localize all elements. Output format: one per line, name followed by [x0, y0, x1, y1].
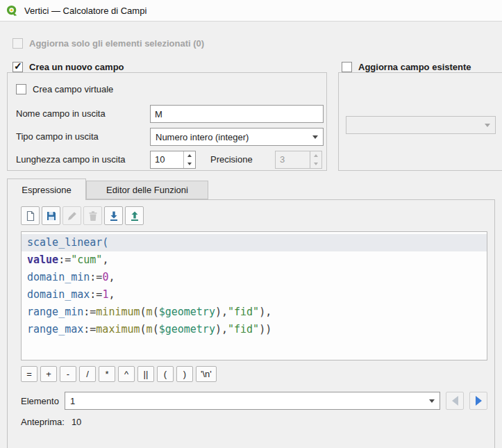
code-token: :=	[83, 306, 96, 318]
tab-label: Editor delle Funzioni	[106, 185, 188, 195]
edit-expression-button	[62, 206, 81, 225]
import-expression-icon	[108, 210, 119, 222]
spin-down-icon[interactable]	[184, 160, 195, 168]
spin-buttons	[183, 151, 195, 168]
checkbox-label: Aggiorna campo esistente	[358, 62, 471, 72]
export-expression-button[interactable]	[125, 206, 144, 225]
checkbox-checked-box	[12, 62, 23, 72]
edit-expression-icon	[67, 210, 78, 222]
code-token: ,	[108, 271, 115, 283]
previous-feature-icon	[452, 396, 458, 406]
code-token: (	[153, 306, 159, 318]
tab-label: Espressione	[22, 185, 72, 195]
code-token: minimum	[96, 306, 140, 318]
checkbox-create-new-field[interactable]: Crea un nuovo campo	[12, 60, 124, 73]
code-token: maximum	[96, 323, 140, 335]
operator-button[interactable]: '\n'	[196, 366, 217, 382]
save-expression-button[interactable]	[42, 206, 60, 225]
feature-combobox[interactable]: 1	[65, 392, 440, 410]
code-token: (	[140, 306, 147, 318]
new-field-group: Crea campo virtuale Nome campo in uscita…	[7, 72, 327, 171]
code-token: $geometry	[159, 306, 215, 318]
code-token: (	[153, 323, 159, 335]
spinbox-value: 3	[276, 151, 310, 168]
code-token: value	[27, 254, 58, 266]
preview-row: Anteprima: 10	[21, 417, 81, 427]
operator-button[interactable]: *	[99, 366, 115, 382]
code-token: ,	[265, 306, 271, 318]
chevron-down-icon	[429, 399, 435, 403]
code-token: domain_min	[27, 271, 90, 283]
new-expression-icon	[25, 210, 36, 222]
code-token: )	[259, 323, 265, 335]
code-token: ,	[221, 323, 228, 335]
precision-label: Precisione	[210, 151, 253, 169]
previous-feature-button	[446, 392, 464, 410]
operator-button[interactable]: )	[176, 366, 193, 382]
import-expression-button[interactable]	[104, 206, 123, 225]
preview-label: Anteprima:	[21, 417, 65, 427]
expression-toolbar	[21, 206, 144, 225]
combobox-value: Numero intero (integer)	[156, 132, 308, 142]
operator-button[interactable]: /	[79, 366, 96, 382]
code-token: :=	[83, 323, 96, 335]
preview-value: 10	[72, 417, 81, 427]
code-token: "fid"	[228, 306, 259, 318]
output-name-input[interactable]	[150, 105, 324, 123]
spin-up-icon	[310, 151, 321, 160]
spin-down-icon	[310, 160, 321, 168]
checkbox-label: Crea un nuovo campo	[29, 62, 124, 72]
chevron-down-icon	[312, 135, 318, 139]
export-expression-icon	[129, 210, 140, 222]
expression-editor[interactable]: scale_linear(value:="cum",domain_min:=0,…	[21, 231, 487, 360]
code-token: "cum"	[71, 254, 102, 266]
code-token: :=	[58, 254, 71, 266]
field-calculator-dialog: Vertici — Calcolatore di Campi Aggiorna …	[0, 0, 502, 448]
save-expression-icon	[46, 210, 57, 222]
next-feature-button[interactable]	[469, 392, 487, 410]
operator-button[interactable]: +	[40, 366, 57, 382]
tab-espressione[interactable]: Espressione	[7, 179, 86, 200]
operator-button[interactable]: ||	[137, 366, 154, 382]
output-length-spinbox[interactable]: 10	[150, 151, 196, 169]
spin-up-icon[interactable]	[184, 151, 195, 160]
expression-line: value:="cum",	[22, 251, 487, 269]
checkbox-box	[342, 62, 352, 72]
titlebar: Vertici — Calcolatore di Campi	[0, 0, 502, 22]
operator-button[interactable]: =	[21, 366, 37, 382]
code-token: )	[215, 323, 221, 335]
operator-button[interactable]: (	[157, 366, 174, 382]
window-title: Vertici — Calcolatore di Campi	[24, 6, 147, 16]
operator-button[interactable]: ^	[118, 366, 135, 382]
code-token: scale_linear(	[27, 236, 108, 249]
code-token: ,	[108, 288, 115, 301]
existing-field-group	[338, 72, 502, 171]
new-expression-button[interactable]	[21, 206, 40, 225]
expression-code: scale_linear(value:="cum",domain_min:=0,…	[22, 232, 487, 338]
checkbox-label: Aggiorna solo gli elementi selezionati (…	[29, 38, 204, 49]
code-token: )	[215, 306, 221, 318]
delete-expression-icon	[87, 210, 99, 222]
checkbox-box	[12, 38, 23, 49]
checkbox-update-existing-field[interactable]: Aggiorna campo esistente	[342, 60, 471, 73]
code-token: ,	[102, 254, 108, 266]
feature-navigation-row: Elemento 1	[21, 392, 487, 410]
checkbox-create-virtual-field[interactable]: Crea campo virtuale	[16, 83, 113, 95]
output-type-combobox[interactable]: Numero intero (integer)	[150, 128, 324, 146]
checkbox-box	[16, 84, 26, 94]
chevron-down-icon	[485, 124, 490, 127]
checkbox-label: Crea campo virtuale	[33, 84, 113, 94]
expression-line: range_min:=minimum(m($geometry),"fid"),	[22, 304, 487, 321]
qgis-logo-icon	[6, 5, 18, 17]
tab-editor-delle-funzioni[interactable]: Editor delle Funzioni	[86, 181, 208, 199]
spinbox-value: 10	[151, 151, 183, 168]
code-token: range_min	[27, 306, 83, 318]
code-token: )	[265, 323, 271, 335]
code-token: (	[140, 323, 147, 335]
code-token: range_max	[27, 323, 83, 335]
output-name-label: Nome campo in uscita	[16, 105, 106, 123]
combobox-value: 1	[70, 396, 425, 406]
expression-line: range_max:=maximum(m($geometry),"fid"))	[22, 321, 487, 338]
operator-button[interactable]: -	[60, 366, 76, 382]
next-feature-icon	[476, 396, 482, 406]
